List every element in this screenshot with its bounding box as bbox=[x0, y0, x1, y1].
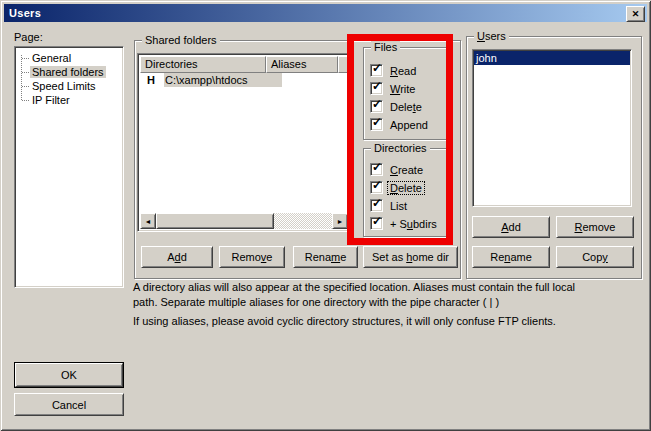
checkmark-icon: ✓ bbox=[372, 215, 382, 228]
directory-cell: C:\xampp\htdocs bbox=[164, 73, 282, 87]
list-item-john[interactable]: john bbox=[474, 51, 630, 65]
directories-listview: Directories Aliases H C:\xampp\htdocs ◄ … bbox=[137, 53, 351, 232]
copy-user-button[interactable]: Copy bbox=[556, 246, 634, 268]
close-icon: ✕ bbox=[632, 9, 640, 19]
checkmark-icon: ✓ bbox=[372, 80, 382, 93]
checkmark-icon: ✓ bbox=[372, 179, 382, 192]
ok-button[interactable]: OK bbox=[15, 363, 123, 387]
arrow-right-icon: ► bbox=[337, 218, 344, 225]
arrow-left-icon: ◄ bbox=[145, 218, 152, 225]
scroll-left-button[interactable]: ◄ bbox=[140, 213, 156, 229]
sidebar-item-ip-filter[interactable]: IP Filter bbox=[15, 93, 123, 107]
checkbox-box: ✓ bbox=[370, 118, 383, 131]
checkbox-delete-directories[interactable]: ✓ Delete bbox=[370, 181, 424, 194]
users-listbox: john bbox=[472, 49, 632, 207]
scrollbar-thumb[interactable] bbox=[156, 213, 274, 229]
column-header-directories[interactable]: Directories bbox=[140, 56, 266, 73]
alias-note-line1: A directory alias will also appear at th… bbox=[133, 281, 575, 293]
page-listbox: General Shared folders Speed Limits IP F… bbox=[14, 46, 124, 288]
window-title: Users bbox=[4, 7, 41, 19]
titlebar: Users ✕ bbox=[4, 4, 647, 22]
checkmark-icon: ✓ bbox=[372, 98, 382, 111]
alias-note-line2: path. Separate multiple aliases for one … bbox=[133, 296, 499, 308]
cyclic-note: If using aliases, please avoid cyclic di… bbox=[133, 315, 556, 327]
home-directory-marker: H bbox=[140, 73, 164, 87]
checkbox-box: ✓ bbox=[370, 64, 383, 77]
checkbox-delete-files[interactable]: ✓ Delete bbox=[370, 100, 424, 113]
checkbox-box: ✓ bbox=[370, 163, 383, 176]
users-group-label: Users bbox=[474, 30, 509, 43]
close-button[interactable]: ✕ bbox=[626, 6, 645, 22]
add-user-button[interactable]: Add bbox=[472, 216, 550, 238]
tree-connector bbox=[22, 100, 29, 101]
checkbox-write[interactable]: ✓ Write bbox=[370, 82, 417, 95]
tree-connector bbox=[22, 72, 29, 73]
checkmark-icon: ✓ bbox=[372, 62, 382, 75]
checkbox-create[interactable]: ✓ Create bbox=[370, 163, 425, 176]
checkbox-list[interactable]: ✓ List bbox=[370, 199, 409, 212]
cancel-button[interactable]: Cancel bbox=[14, 393, 124, 416]
column-header-aliases[interactable]: Aliases bbox=[266, 56, 338, 73]
column-header-filler bbox=[338, 56, 348, 73]
checkbox-box: ✓ bbox=[370, 181, 383, 194]
sidebar-item-speed-limits[interactable]: Speed Limits bbox=[15, 79, 123, 93]
checkbox-box: ✓ bbox=[370, 217, 383, 230]
remove-directory-button[interactable]: Remove bbox=[219, 246, 285, 268]
sidebar-item-general[interactable]: General bbox=[15, 51, 123, 65]
checkbox-append[interactable]: ✓ Append bbox=[370, 118, 430, 131]
shared-folders-group-label: Shared folders bbox=[142, 34, 220, 47]
scroll-right-button[interactable]: ► bbox=[332, 213, 348, 229]
horizontal-scrollbar[interactable]: ◄ ► bbox=[140, 213, 348, 229]
checkbox-box: ✓ bbox=[370, 82, 383, 95]
checkbox-box: ✓ bbox=[370, 100, 383, 113]
users-dialog-window: Users ✕ Page: General Shared folders Spe… bbox=[0, 0, 651, 431]
tree-connector bbox=[22, 58, 29, 59]
remove-user-button[interactable]: Remove bbox=[556, 216, 634, 238]
table-row[interactable]: H C:\xampp\htdocs bbox=[140, 73, 282, 87]
files-group-label: Files bbox=[371, 41, 400, 54]
checkbox-box: ✓ bbox=[370, 199, 383, 212]
sidebar-item-shared-folders[interactable]: Shared folders bbox=[15, 65, 123, 79]
set-as-home-dir-button[interactable]: Set as home dir bbox=[363, 246, 458, 268]
tree-connector bbox=[22, 86, 29, 87]
page-label: Page: bbox=[14, 31, 43, 43]
add-directory-button[interactable]: Add bbox=[141, 246, 213, 268]
checkmark-icon: ✓ bbox=[372, 116, 382, 129]
checkmark-icon: ✓ bbox=[372, 161, 382, 174]
checkbox-subdirs[interactable]: ✓ + Subdirs bbox=[370, 217, 439, 230]
directories-group-label: Directories bbox=[371, 142, 430, 155]
checkmark-icon: ✓ bbox=[372, 197, 382, 210]
rename-user-button[interactable]: Rename bbox=[472, 246, 550, 268]
checkbox-read[interactable]: ✓ Read bbox=[370, 64, 418, 77]
rename-directory-button[interactable]: Rename bbox=[293, 246, 358, 268]
